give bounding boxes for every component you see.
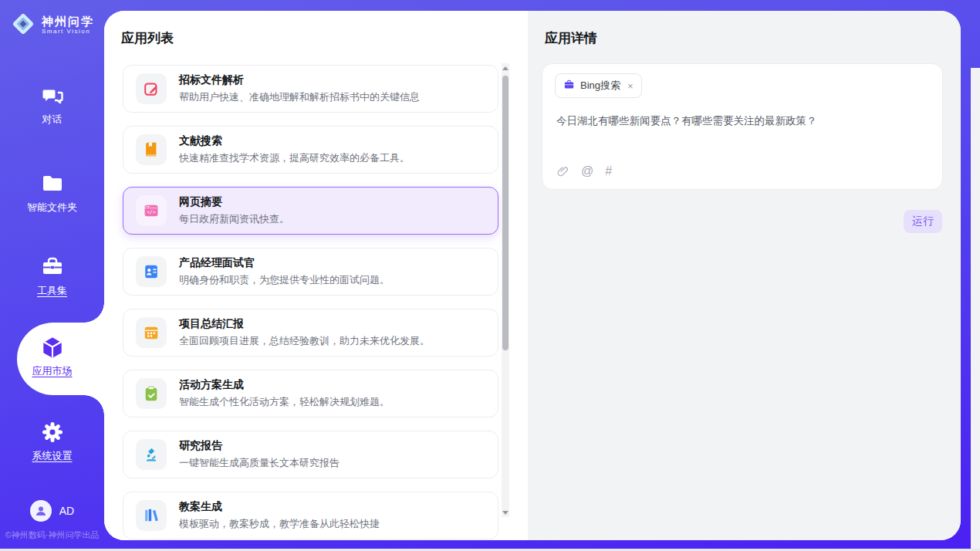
- app-list-scrollbar[interactable]: [502, 63, 509, 517]
- app-card-title: 网页摘要: [179, 195, 289, 209]
- gear-icon: [40, 420, 65, 445]
- app-card-title: 教案生成: [179, 500, 380, 514]
- sidebar-item-4[interactable]: 应用市场: [0, 335, 104, 378]
- sidebar-item-2[interactable]: 智能文件夹: [0, 171, 104, 215]
- tool-tag-label: Bing搜索: [580, 79, 620, 93]
- sidebar-item-label: 系统设置: [32, 449, 73, 463]
- window-edge-right: [971, 68, 980, 549]
- clipboard-check-icon: [136, 378, 167, 409]
- app-card-desc: 每日政府新闻资讯快查。: [179, 212, 289, 226]
- app-card[interactable]: 项目总结汇报 全面回顾项目进展，总结经验教训，助力未来优化发展。: [123, 309, 498, 357]
- sidebar-item-1[interactable]: 对话: [0, 83, 104, 127]
- edit-square-icon: [136, 73, 167, 104]
- app-card[interactable]: 研究报告 一键智能生成高质量长文本研究报告: [123, 431, 498, 478]
- app-card[interactable]: 活动方案生成 智能生成个性化活动方案，轻松解决规划难题。: [123, 370, 498, 417]
- app-card-title: 招标文件解析: [179, 73, 420, 87]
- app-card-text: 活动方案生成 智能生成个性化活动方案，轻松解决规划难题。: [179, 378, 390, 409]
- brand-diamond-icon: [10, 11, 36, 40]
- paperclip-icon[interactable]: [556, 165, 569, 178]
- app-card-desc: 明确身份和职责，为您提供专业性的面试问题。: [179, 273, 390, 287]
- app-card-text: 网页摘要 每日政府新闻资讯快查。: [179, 195, 289, 226]
- app-list-panel: 应用列表 招标文件解析 帮助用户快速、准确地理解和解析招标书中的关键信息 文献搜…: [104, 11, 528, 540]
- briefcase-icon: [563, 79, 575, 93]
- svg-text:</>: </>: [147, 209, 156, 215]
- user-account[interactable]: AD: [0, 500, 104, 522]
- app-card-text: 文献搜索 快速精准查找学术资源，提高研究效率的必备工具。: [179, 134, 410, 165]
- app-card-title: 研究报告: [179, 439, 340, 453]
- content-area: 应用列表 招标文件解析 帮助用户快速、准确地理解和解析招标书中的关键信息 文献搜…: [104, 11, 961, 540]
- copyright-text: ©神州数码·神州问学出品: [0, 529, 104, 541]
- folder-icon: [40, 171, 65, 196]
- cube-icon: [39, 335, 66, 360]
- scrollbar-down-arrow[interactable]: [502, 508, 509, 517]
- brand-text: 神州问学 Smart Vision: [42, 15, 94, 35]
- app-card[interactable]: 产品经理面试官 明确身份和职责，为您提供专业性的面试问题。: [123, 248, 498, 296]
- toolbox-icon: [40, 255, 65, 279]
- chat-icon: [40, 83, 65, 108]
- tool-tag-bing-search[interactable]: Bing搜索 ×: [555, 73, 642, 98]
- app-card-title: 活动方案生成: [179, 378, 390, 392]
- app-card[interactable]: </> 网页摘要 每日政府新闻资讯快查。: [123, 187, 498, 235]
- app-card-text: 招标文件解析 帮助用户快速、准确地理解和解析招标书中的关键信息: [179, 73, 420, 104]
- sidebar: 神州问学 Smart Vision 对话 智能文件夹 工具集 应用市场 系统设置…: [0, 0, 104, 551]
- sidebar-item-label: 工具集: [37, 284, 67, 298]
- app-card-text: 产品经理面试官 明确身份和职责，为您提供专业性的面试问题。: [179, 256, 390, 287]
- prompt-card: Bing搜索 × 今日湖北有哪些新闻要点？有哪些需要关注的最新政策？ @#: [542, 63, 943, 190]
- calendar-icon: [136, 317, 167, 348]
- user-name: AD: [59, 505, 74, 517]
- user-avatar-icon: [30, 500, 52, 522]
- scrollbar-up-arrow[interactable]: [502, 63, 509, 73]
- app-card-desc: 全面回顾项目进展，总结经验教训，助力未来优化发展。: [179, 334, 430, 348]
- sidebar-item-3[interactable]: 工具集: [0, 255, 104, 298]
- app-card-text: 研究报告 一键智能生成高质量长文本研究报告: [179, 439, 340, 470]
- app-card-title: 项目总结汇报: [179, 317, 430, 331]
- prompt-input[interactable]: 今日湖北有哪些新闻要点？有哪些需要关注的最新政策？: [556, 113, 928, 129]
- app-card-list: 招标文件解析 帮助用户快速、准确地理解和解析招标书中的关键信息 文献搜索 快速精…: [123, 65, 498, 540]
- brand-subtitle: Smart Vision: [42, 29, 94, 35]
- run-button[interactable]: 运行: [904, 210, 942, 233]
- app-card[interactable]: 文献搜索 快速精准查找学术资源，提高研究效率的必备工具。: [123, 126, 498, 174]
- app-card-title: 文献搜索: [179, 134, 410, 148]
- hash-icon[interactable]: #: [605, 164, 612, 178]
- tool-tag-close-icon[interactable]: ×: [627, 80, 634, 92]
- app-detail-panel: 应用详情 Bing搜索 × 今日湖北有哪些新闻要点？有哪些需要关注的最新政策？ …: [528, 11, 961, 540]
- app-card-desc: 一键智能生成高质量长文本研究报告: [179, 456, 340, 470]
- app-card-text: 教案生成 模板驱动，教案秒成，教学准备从此轻松快捷: [179, 500, 380, 531]
- app-card-desc: 快速精准查找学术资源，提高研究效率的必备工具。: [179, 151, 410, 165]
- sidebar-item-5[interactable]: 系统设置: [0, 420, 104, 463]
- sidebar-item-label: 应用市场: [32, 364, 73, 378]
- app-list-title: 应用列表: [121, 29, 174, 47]
- app-card[interactable]: 教案生成 模板驱动，教案秒成，教学准备从此轻松快捷: [123, 492, 498, 539]
- book-icon: [136, 134, 167, 165]
- app-card-title: 产品经理面试官: [179, 256, 390, 270]
- app-card[interactable]: 招标文件解析 帮助用户快速、准确地理解和解析招标书中的关键信息: [123, 65, 498, 113]
- app-card-desc: 模板驱动，教案秒成，教学准备从此轻松快捷: [179, 517, 380, 531]
- app-card-desc: 帮助用户快速、准确地理解和解析招标书中的关键信息: [179, 90, 420, 104]
- sidebar-item-label: 智能文件夹: [27, 201, 77, 215]
- scrollbar-thumb[interactable]: [502, 76, 509, 350]
- brand-logo: 神州问学 Smart Vision: [0, 11, 104, 40]
- brand-name: 神州问学: [42, 15, 94, 29]
- browser-code-icon: </>: [136, 195, 167, 226]
- microscope-icon: [136, 439, 167, 470]
- resume-icon: [136, 256, 167, 287]
- at-icon[interactable]: @: [581, 164, 593, 178]
- sidebar-item-label: 对话: [42, 113, 63, 127]
- app-card-text: 项目总结汇报 全面回顾项目进展，总结经验教训，助力未来优化发展。: [179, 317, 430, 348]
- books-icon: [136, 500, 167, 531]
- app-detail-title: 应用详情: [545, 29, 597, 47]
- app-card-desc: 智能生成个性化活动方案，轻松解决规划难题。: [179, 395, 390, 409]
- attachment-toolbar: @#: [556, 164, 612, 178]
